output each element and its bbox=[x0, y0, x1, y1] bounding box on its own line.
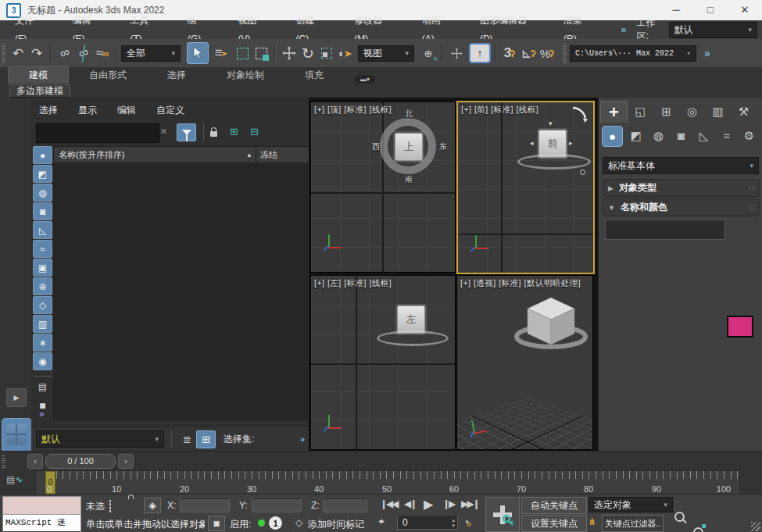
explorer-menu-edit[interactable]: 编辑 bbox=[117, 104, 136, 117]
display-containers-icon[interactable]: ▥ bbox=[33, 315, 52, 333]
primitive-category-dropdown[interactable]: 标准基本体▾ bbox=[603, 157, 759, 174]
viewcube-home-icon[interactable] bbox=[580, 170, 585, 175]
filter-icon[interactable] bbox=[177, 123, 196, 141]
previous-frame-button[interactable]: ‹ bbox=[27, 454, 43, 469]
frame-step-icons[interactable]: ◂▸ bbox=[378, 516, 383, 525]
display-helpers-icon[interactable]: ◺ bbox=[33, 221, 52, 239]
select-and-scale-button[interactable] bbox=[317, 43, 336, 63]
zoom-icon[interactable] bbox=[671, 509, 688, 524]
next-frame-icon[interactable]: ❙▶ bbox=[442, 498, 454, 509]
compass-east-label[interactable]: 东 bbox=[439, 141, 447, 152]
collapse-hierarchy-icon[interactable]: ⊟ bbox=[245, 123, 263, 140]
select-object-button[interactable] bbox=[187, 42, 209, 64]
viewcube-left-face[interactable]: 左 bbox=[397, 305, 425, 334]
ribbon-tab-selection[interactable]: 选择 bbox=[147, 67, 206, 84]
x-coordinate-field[interactable] bbox=[180, 498, 230, 512]
viewport-front[interactable]: [+] [前] [标准] [线框] 前 ▾ ◂ ▸ bbox=[456, 101, 595, 274]
viewcube-top-face[interactable]: 上 bbox=[395, 133, 423, 161]
tab-create-icon[interactable]: + bbox=[600, 101, 628, 123]
category-shapes-icon[interactable]: ◩ bbox=[626, 126, 646, 145]
absolute-mode-icon[interactable]: ◈ bbox=[144, 498, 161, 513]
explorer-overflow-left-icon[interactable]: » bbox=[39, 409, 44, 420]
lock-icon[interactable] bbox=[205, 123, 223, 140]
explorer-object-list[interactable] bbox=[53, 162, 308, 420]
undo-icon[interactable]: ↶ bbox=[9, 43, 27, 63]
z-coordinate-field[interactable] bbox=[323, 498, 367, 512]
list-view-icon[interactable]: ▤ bbox=[33, 377, 52, 395]
auto-key-button[interactable]: 自动关键点 bbox=[521, 497, 587, 514]
display-hidden-icon[interactable]: ◉ bbox=[33, 352, 52, 370]
selection-filter-dropdown[interactable]: 全部▾ bbox=[121, 45, 181, 62]
object-color-swatch[interactable] bbox=[727, 316, 753, 337]
reference-coordinate-dropdown[interactable]: 视图▾ bbox=[358, 45, 414, 62]
maxscript-macro-line[interactable] bbox=[3, 497, 80, 515]
workspace-dropdown[interactable]: 默认▾ bbox=[669, 22, 757, 38]
rectangular-selection-region-icon[interactable] bbox=[233, 43, 252, 63]
sort-ascending-icon[interactable]: ▲ bbox=[246, 152, 252, 159]
tab-utilities-icon[interactable]: ⚒ bbox=[731, 101, 757, 122]
go-to-end-icon[interactable]: ▶▶❙ bbox=[461, 498, 479, 509]
display-bones-icon[interactable]: ◇ bbox=[33, 296, 52, 314]
select-by-name-button[interactable]: ≡➤ bbox=[212, 43, 231, 63]
selection-region-icon[interactable] bbox=[109, 500, 111, 512]
set-key-button[interactable]: 设置关键点 bbox=[521, 515, 587, 532]
window-crossing-toggle-icon[interactable] bbox=[252, 43, 270, 63]
ribbon-tab-modeling[interactable]: 建模 bbox=[8, 66, 69, 84]
display-lights-icon[interactable]: ◍ bbox=[33, 184, 52, 202]
select-and-place-icon[interactable]: ◐➤ bbox=[336, 43, 355, 63]
viewcube-arrow-right-icon[interactable]: ▸ bbox=[569, 139, 573, 147]
bind-to-space-warp-icon[interactable]: ≈∞ bbox=[93, 43, 112, 63]
current-frame-field[interactable]: 0 ▴▾ bbox=[397, 516, 458, 530]
maxscript-listener-line[interactable]: MAXScript 迷 bbox=[3, 515, 80, 531]
display-geometry-icon[interactable]: ● bbox=[33, 146, 52, 164]
toolbar-grip[interactable] bbox=[2, 43, 5, 63]
toolbar-overflow-icon[interactable]: » bbox=[704, 47, 710, 59]
viewport-left[interactable]: [+] [左] [标准] [线框] 左 bbox=[310, 275, 456, 450]
zoom-all-icon[interactable] bbox=[689, 524, 707, 532]
use-pivot-point-center-icon[interactable]: ⊕+ bbox=[419, 43, 438, 63]
unlink-selection-icon[interactable]: ∞╱ bbox=[71, 41, 95, 66]
key-filters-button[interactable]: 关键点过滤器.. bbox=[602, 515, 664, 532]
go-to-start-icon[interactable]: ❙◀◀ bbox=[380, 498, 398, 509]
compass-west-label[interactable]: 西 bbox=[372, 141, 380, 152]
viewcube-rotate-ring[interactable] bbox=[377, 330, 449, 346]
rollout-object-type[interactable]: ▶ 对象类型 ∷ bbox=[603, 179, 760, 197]
y-coordinate-field[interactable] bbox=[252, 498, 302, 512]
selection-set-dropdown[interactable]: 默认▾ bbox=[36, 430, 164, 448]
keyboard-shortcut-override-toggle[interactable]: ↑ bbox=[469, 43, 491, 63]
category-systems-icon[interactable]: ⚙ bbox=[739, 126, 759, 145]
key-filters-paw-icon[interactable]: ⋔ bbox=[588, 516, 596, 527]
frame-indicator-field[interactable]: 0 / 100 bbox=[45, 454, 116, 469]
select-and-rotate-button[interactable]: ↻ bbox=[299, 43, 317, 63]
percent-snap-toggle-icon[interactable]: %ʔ bbox=[538, 43, 556, 63]
category-lights-icon[interactable]: ◍ bbox=[649, 126, 668, 145]
ribbon-minimize-dropdown[interactable]: ▬▾ bbox=[355, 75, 375, 84]
project-folder-dropdown[interactable]: C:\Users\··· Max 2022▾ bbox=[570, 45, 696, 62]
category-geometry-icon[interactable]: ● bbox=[602, 126, 623, 147]
compass-south-label[interactable]: 南 bbox=[405, 174, 413, 185]
isolate-selection-icon[interactable]: ◙ bbox=[208, 516, 225, 531]
explorer-menu-select[interactable]: 选择 bbox=[39, 104, 58, 117]
category-cameras-icon[interactable]: ◙ bbox=[671, 126, 691, 145]
explorer-overflow-right-icon[interactable]: » bbox=[300, 434, 304, 444]
viewport-top-label[interactable]: [+] [顶] [标准] [线框] bbox=[314, 105, 392, 116]
clear-search-icon[interactable]: × bbox=[160, 124, 167, 137]
explorer-menu-customize[interactable]: 自定义 bbox=[156, 104, 184, 117]
maxscript-mini-listener[interactable]: MAXScript 迷 bbox=[2, 496, 81, 532]
window-resize-grip[interactable] bbox=[751, 522, 760, 531]
compass-north-label[interactable]: 北 bbox=[405, 109, 413, 120]
viewport-perspective[interactable]: [+] [透视] [标准] [默认明暗处理] bbox=[456, 275, 593, 450]
explorer-search-input[interactable] bbox=[36, 123, 159, 143]
display-xrefs-icon[interactable]: ⊕ bbox=[33, 277, 52, 295]
ribbon-tab-object-paint[interactable]: 对象绘制 bbox=[206, 67, 284, 84]
display-space-warps-icon[interactable]: ≈ bbox=[33, 240, 52, 258]
category-helpers-icon[interactable]: ◺ bbox=[694, 126, 714, 145]
select-and-move-button[interactable] bbox=[280, 43, 299, 63]
expand-strip-button[interactable]: ▶ bbox=[6, 388, 27, 407]
viewport-top[interactable]: [+] [顶] [标准] [线框] 上 北 南 西 东 bbox=[310, 102, 456, 273]
previous-frame-icon[interactable]: ◀❙ bbox=[404, 498, 416, 509]
time-slider-track[interactable]: 0 0 10 20 30 40 50 60 70 80 90 100 bbox=[35, 470, 740, 495]
display-groups-icon[interactable]: ▣ bbox=[33, 259, 52, 277]
object-name-input[interactable] bbox=[605, 220, 725, 240]
tab-display-icon[interactable]: ▥ bbox=[705, 101, 731, 122]
